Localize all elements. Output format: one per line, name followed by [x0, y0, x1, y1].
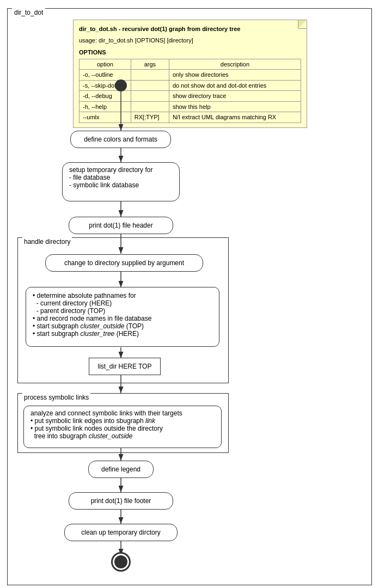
desc-h: show this help — [169, 101, 301, 112]
print-footer-node: print dot(1) file footer — [69, 492, 173, 510]
cleanup-label: clean up temporary dirctory — [81, 529, 160, 536]
col-header-args: args — [131, 59, 169, 70]
start-circle — [115, 79, 127, 91]
cleanup-node: clean up temporary dirctory — [64, 524, 178, 541]
analyze-label: analyze and connect symbolic links with … — [30, 409, 182, 440]
define-legend-label: define legend — [101, 465, 140, 473]
analyze-node: analyze and connect symbolic links with … — [23, 406, 222, 448]
determine-label: • determine absolute pathnames for - cur… — [33, 292, 151, 338]
note-box: dir_to_dot.sh - recursive dot(1) graph f… — [73, 20, 307, 128]
setup-temp-node: setup temporary directory for- file data… — [62, 162, 180, 201]
table-row: -h, --help show this help — [80, 101, 301, 112]
outer-border: dir_to_dot dir_to_dot.sh - recursive dot… — [7, 8, 372, 585]
process-symbolic-title: process symbolic links — [22, 393, 90, 401]
option-h: -h, --help — [80, 101, 131, 112]
args-s — [131, 80, 169, 91]
handle-directory-title: handle directory — [22, 237, 72, 246]
desc-o: only show directories — [169, 70, 301, 81]
args-o — [131, 70, 169, 81]
print-header-label: print dot(1) file header — [89, 222, 152, 229]
desc-s: do not show dot and dot-dot entries — [169, 80, 301, 91]
end-circle — [114, 555, 127, 568]
option-umlx: --umlx — [80, 112, 131, 123]
args-h — [131, 101, 169, 112]
diagram-wrapper: dir_to_dot dir_to_dot.sh - recursive dot… — [0, 0, 379, 588]
note-usage: usage: dir_to_dot.sh [OPTIONS] [director… — [79, 36, 301, 45]
col-header-option: option — [80, 59, 131, 70]
define-colors-label: define colors and formats — [84, 136, 157, 143]
list-dir-label: list_dir HERE TOP — [98, 363, 152, 370]
desc-d: show directory trace — [169, 91, 301, 102]
list-dir-node: list_dir HERE TOP — [89, 358, 161, 375]
print-footer-label: print dot(1) file footer — [91, 497, 151, 505]
note-options-title: OPTIONS — [79, 48, 301, 57]
option-d: -d, --debug — [80, 91, 131, 102]
change-dir-label: change to directory supplied by argument — [64, 259, 184, 267]
process-symbolic-group: process symbolic links analyze and conne… — [17, 393, 229, 453]
outer-title: dir_to_dot — [12, 8, 45, 16]
determine-node: • determine absolute pathnames for - cur… — [26, 287, 219, 347]
args-umlx: RX[:TYP] — [131, 112, 169, 123]
table-row: --umlx RX[:TYP] N/I extract UML diagrams… — [80, 112, 301, 123]
table-row: -s, --skip-dots do not show dot and dot-… — [80, 80, 301, 91]
args-d — [131, 91, 169, 102]
desc-umlx: N/I extract UML diagrams matching RX — [169, 112, 301, 123]
change-dir-node: change to directory supplied by argument — [45, 254, 203, 272]
define-legend-node: define legend — [88, 461, 154, 478]
setup-temp-label: setup temporary directory for- file data… — [69, 166, 152, 189]
handle-directory-group: handle directory change to directory sup… — [17, 237, 229, 383]
note-fold-icon — [298, 20, 307, 29]
define-colors-node: define colors and formats — [70, 131, 171, 148]
table-row: -o, --outline only show directories — [80, 70, 301, 81]
note-title: dir_to_dot.sh - recursive dot(1) graph f… — [79, 24, 301, 34]
options-table: option args description -o, --outline on… — [79, 59, 301, 123]
table-row: -d, --debug show directory trace — [80, 91, 301, 102]
print-header-node: print dot(1) file header — [69, 217, 173, 234]
col-header-desc: description — [169, 59, 301, 70]
option-o: -o, --outline — [80, 70, 131, 81]
